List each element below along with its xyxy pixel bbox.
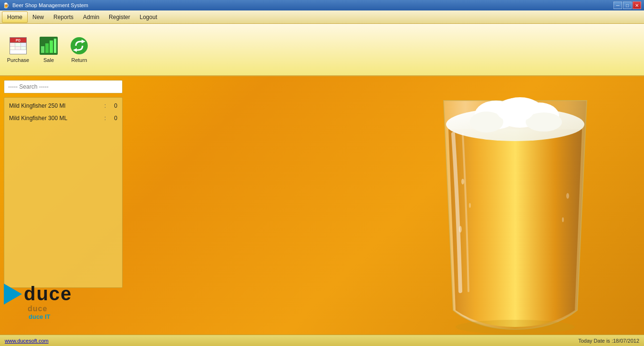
return-icon: [70, 36, 89, 55]
beer-glass-area: [415, 81, 615, 325]
duce-logo: duce duce duce IT: [4, 283, 128, 320]
return-label: Return: [71, 57, 87, 63]
beer-glass-svg: [415, 76, 615, 335]
maximize-button[interactable]: □: [623, 1, 632, 9]
svg-rect-4: [54, 39, 56, 53]
return-button[interactable]: Return: [65, 28, 93, 71]
sale-label: Sale: [43, 57, 54, 63]
sale-icon: [39, 36, 58, 55]
list-item[interactable]: Mild Kingfisher 300 ML:0: [4, 112, 122, 124]
menu-item-admin[interactable]: Admin: [78, 12, 104, 22]
logo-text: duce: [24, 283, 72, 305]
svg-point-20: [456, 320, 575, 334]
menu-bar: HomeNewReportsAdminRegisterLogout: [0, 10, 644, 24]
sale-button[interactable]: Sale: [34, 28, 63, 71]
logo-shadow: duce: [28, 305, 47, 313]
list-item[interactable]: Mild Kingfisher 250 Ml:0: [4, 100, 122, 112]
purchase-label: Purchase: [7, 57, 29, 63]
svg-point-16: [469, 203, 471, 208]
list-item-name: Mild Kingfisher 250 Ml: [9, 102, 103, 109]
purchase-icon: PO: [9, 36, 28, 55]
svg-point-5: [71, 37, 88, 54]
close-button[interactable]: ✕: [633, 1, 641, 9]
minimize-button[interactable]: ─: [613, 1, 622, 9]
logo-area: duce duce duce IT: [4, 283, 128, 320]
search-input[interactable]: [4, 80, 123, 93]
menu-item-home[interactable]: Home: [2, 11, 28, 23]
svg-point-19: [562, 217, 564, 222]
items-list: Mild Kingfisher 250 Ml:0Mild Kingfisher …: [4, 97, 123, 288]
title-bar-title: 🍺 Beer Shop Management System: [3, 2, 88, 9]
status-bar: www.ducesoft.com Today Date is :18/07/20…: [0, 335, 644, 346]
svg-rect-1: [41, 46, 44, 53]
list-item-name: Mild Kingfisher 300 ML: [9, 115, 103, 122]
menu-item-new[interactable]: New: [28, 12, 49, 22]
svg-point-15: [461, 179, 464, 184]
title-bar-controls: ─ □ ✕: [613, 1, 641, 9]
main-content: Mild Kingfisher 250 Ml:0Mild Kingfisher …: [0, 76, 644, 335]
app-icon: 🍺: [3, 2, 10, 9]
menu-item-logout[interactable]: Logout: [135, 12, 162, 22]
purchase-button[interactable]: PO Purchase: [4, 28, 32, 71]
menu-item-reports[interactable]: Reports: [49, 12, 78, 22]
window-title: Beer Shop Management System: [12, 2, 88, 8]
date-label: Today Date is :18/07/2012: [578, 338, 639, 344]
svg-point-14: [496, 98, 534, 122]
svg-point-18: [566, 193, 569, 199]
logo-subtext: duce IT: [29, 313, 51, 320]
toolbar: PO Purchase Sale: [0, 24, 644, 76]
website-link[interactable]: www.ducesoft.com: [5, 338, 49, 344]
svg-rect-3: [50, 41, 53, 53]
menu-item-register[interactable]: Register: [104, 12, 135, 22]
svg-rect-2: [45, 43, 49, 53]
title-bar: 🍺 Beer Shop Management System ─ □ ✕: [0, 0, 644, 10]
